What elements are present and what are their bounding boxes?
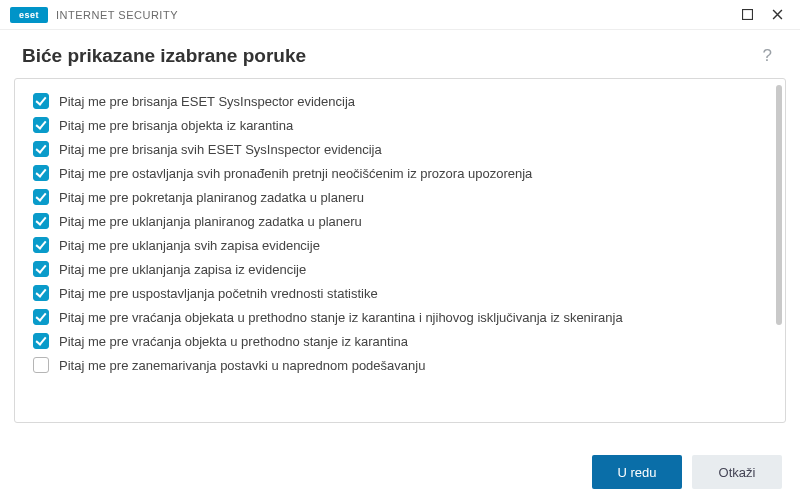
checkbox[interactable] bbox=[33, 165, 49, 181]
brand-product: INTERNET SECURITY bbox=[56, 9, 178, 21]
checkbox[interactable] bbox=[33, 261, 49, 277]
list-item: Pitaj me pre ostavljanja svih pronađenih… bbox=[33, 161, 767, 185]
brand-logo: eset bbox=[10, 7, 48, 23]
page-title: Biće prikazane izabrane poruke bbox=[22, 45, 757, 67]
list-item-label: Pitaj me pre zanemarivanja postavki u na… bbox=[59, 358, 425, 373]
dialog-footer: U redu Otkaži bbox=[0, 444, 800, 500]
list-item-label: Pitaj me pre uklanjanja planiranog zadat… bbox=[59, 214, 362, 229]
list-item: Pitaj me pre uklanjanja svih zapisa evid… bbox=[33, 233, 767, 257]
checkbox[interactable] bbox=[33, 357, 49, 373]
list-item: Pitaj me pre brisanja svih ESET SysInspe… bbox=[33, 137, 767, 161]
checkbox[interactable] bbox=[33, 117, 49, 133]
message-list-panel: Pitaj me pre brisanja ESET SysInspector … bbox=[14, 78, 786, 423]
list-item: Pitaj me pre pokretanja planiranog zadat… bbox=[33, 185, 767, 209]
cancel-button[interactable]: Otkaži bbox=[692, 455, 782, 489]
checkbox[interactable] bbox=[33, 213, 49, 229]
message-list: Pitaj me pre brisanja ESET SysInspector … bbox=[15, 79, 785, 422]
close-icon bbox=[772, 9, 783, 20]
maximize-button[interactable] bbox=[732, 0, 762, 30]
ok-button[interactable]: U redu bbox=[592, 455, 682, 489]
list-item-label: Pitaj me pre brisanja svih ESET SysInspe… bbox=[59, 142, 382, 157]
list-item-label: Pitaj me pre uklanjanja svih zapisa evid… bbox=[59, 238, 320, 253]
svg-rect-0 bbox=[742, 10, 752, 20]
list-item-label: Pitaj me pre brisanja ESET SysInspector … bbox=[59, 94, 355, 109]
list-item: Pitaj me pre vraćanja objekata u prethod… bbox=[33, 305, 767, 329]
titlebar: eset INTERNET SECURITY bbox=[0, 0, 800, 30]
checkbox[interactable] bbox=[33, 189, 49, 205]
checkbox[interactable] bbox=[33, 333, 49, 349]
checkbox[interactable] bbox=[33, 309, 49, 325]
list-item: Pitaj me pre vraćanja objekta u prethodn… bbox=[33, 329, 767, 353]
list-item-label: Pitaj me pre ostavljanja svih pronađenih… bbox=[59, 166, 532, 181]
list-item: Pitaj me pre uklanjanja zapisa iz eviden… bbox=[33, 257, 767, 281]
list-item-label: Pitaj me pre vraćanja objekata u prethod… bbox=[59, 310, 623, 325]
help-button[interactable]: ? bbox=[757, 44, 778, 68]
list-item: Pitaj me pre uklanjanja planiranog zadat… bbox=[33, 209, 767, 233]
dialog-header: Biće prikazane izabrane poruke ? bbox=[0, 30, 800, 78]
list-item: Pitaj me pre zanemarivanja postavki u na… bbox=[33, 353, 767, 377]
scrollbar-thumb[interactable] bbox=[776, 85, 782, 325]
checkbox[interactable] bbox=[33, 285, 49, 301]
list-item: Pitaj me pre brisanja ESET SysInspector … bbox=[33, 89, 767, 113]
list-item: Pitaj me pre brisanja objekta iz karanti… bbox=[33, 113, 767, 137]
list-item-label: Pitaj me pre brisanja objekta iz karanti… bbox=[59, 118, 293, 133]
close-button[interactable] bbox=[762, 0, 792, 30]
list-item-label: Pitaj me pre pokretanja planiranog zadat… bbox=[59, 190, 364, 205]
list-item-label: Pitaj me pre uspostavljanja početnih vre… bbox=[59, 286, 378, 301]
list-item-label: Pitaj me pre uklanjanja zapisa iz eviden… bbox=[59, 262, 306, 277]
list-item-label: Pitaj me pre vraćanja objekta u prethodn… bbox=[59, 334, 408, 349]
checkbox[interactable] bbox=[33, 237, 49, 253]
checkbox[interactable] bbox=[33, 141, 49, 157]
checkbox[interactable] bbox=[33, 93, 49, 109]
list-item: Pitaj me pre uspostavljanja početnih vre… bbox=[33, 281, 767, 305]
square-icon bbox=[742, 9, 753, 20]
